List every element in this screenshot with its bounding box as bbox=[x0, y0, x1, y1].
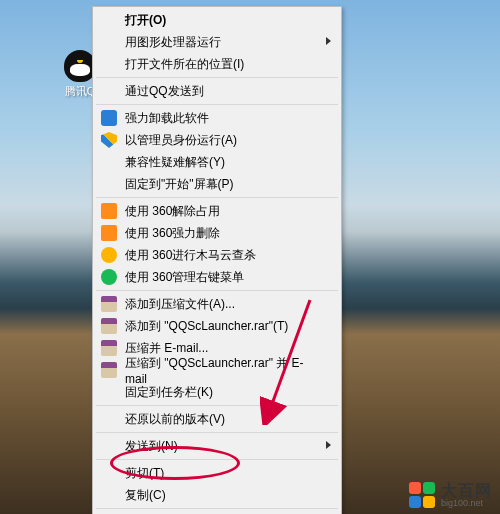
winrar-icon bbox=[101, 318, 117, 334]
separator bbox=[96, 104, 338, 105]
watermark-url: big100.net bbox=[441, 499, 492, 508]
menu-pin-taskbar[interactable]: 固定到任务栏(K) bbox=[95, 381, 339, 403]
label: 通过QQ发送到 bbox=[125, 83, 204, 100]
separator bbox=[96, 459, 338, 460]
label: 发送到(N) bbox=[125, 438, 178, 455]
menu-restore-prev[interactable]: 还原以前的版本(V) bbox=[95, 408, 339, 430]
360-cloud-icon bbox=[101, 247, 117, 263]
label: 用图形处理器运行 bbox=[125, 34, 221, 51]
watermark-logo-icon bbox=[409, 482, 435, 508]
360-manage-icon bbox=[101, 269, 117, 285]
separator bbox=[96, 432, 338, 433]
shield-icon bbox=[101, 132, 117, 148]
chevron-right-icon bbox=[326, 37, 331, 45]
menu-email-rar[interactable]: 压缩到 "QQScLauncher.rar" 并 E-mail bbox=[95, 359, 339, 381]
menu-360-menu[interactable]: 使用 360管理右键菜单 bbox=[95, 266, 339, 288]
menu-360-force-delete[interactable]: 使用 360强力删除 bbox=[95, 222, 339, 244]
label: 添加到压缩文件(A)... bbox=[125, 296, 235, 313]
watermark-title: 大百网 bbox=[441, 483, 492, 499]
label: 以管理员身份运行(A) bbox=[125, 132, 237, 149]
label: 使用 360解除占用 bbox=[125, 203, 220, 220]
separator bbox=[96, 405, 338, 406]
menu-uninstall[interactable]: 强力卸载此软件 bbox=[95, 107, 339, 129]
menu-add-to-rar[interactable]: 添加到 "QQScLauncher.rar"(T) bbox=[95, 315, 339, 337]
label: 还原以前的版本(V) bbox=[125, 411, 225, 428]
label: 打开(O) bbox=[125, 12, 166, 29]
label: 兼容性疑难解答(Y) bbox=[125, 154, 225, 171]
menu-360-cloud[interactable]: 使用 360进行木马云查杀 bbox=[95, 244, 339, 266]
label: 打开文件所在的位置(I) bbox=[125, 56, 244, 73]
winrar-icon bbox=[101, 340, 117, 356]
menu-qq-send[interactable]: 通过QQ发送到 bbox=[95, 80, 339, 102]
menu-pin-start[interactable]: 固定到"开始"屏幕(P) bbox=[95, 173, 339, 195]
menu-run-as-admin[interactable]: 以管理员身份运行(A) bbox=[95, 129, 339, 151]
360-icon bbox=[101, 225, 117, 241]
label: 复制(C) bbox=[125, 487, 166, 504]
watermark: 大百网 big100.net bbox=[409, 482, 492, 508]
context-menu: 打开(O) 用图形处理器运行 打开文件所在的位置(I) 通过QQ发送到 强力卸载… bbox=[92, 6, 342, 514]
menu-360-unlock[interactable]: 使用 360解除占用 bbox=[95, 200, 339, 222]
winrar-icon bbox=[101, 362, 117, 378]
label: 固定到任务栏(K) bbox=[125, 384, 213, 401]
separator bbox=[96, 290, 338, 291]
separator bbox=[96, 508, 338, 509]
360-icon bbox=[101, 203, 117, 219]
label: 添加到 "QQScLauncher.rar"(T) bbox=[125, 318, 288, 335]
menu-send-to[interactable]: 发送到(N) bbox=[95, 435, 339, 457]
chevron-right-icon bbox=[326, 441, 331, 449]
menu-cut[interactable]: 剪切(T) bbox=[95, 462, 339, 484]
label: 强力卸载此软件 bbox=[125, 110, 209, 127]
menu-open[interactable]: 打开(O) bbox=[95, 9, 339, 31]
label: 使用 360管理右键菜单 bbox=[125, 269, 244, 286]
winrar-icon bbox=[101, 296, 117, 312]
menu-open-location[interactable]: 打开文件所在的位置(I) bbox=[95, 53, 339, 75]
separator bbox=[96, 77, 338, 78]
label: 使用 360强力删除 bbox=[125, 225, 220, 242]
separator bbox=[96, 197, 338, 198]
label: 使用 360进行木马云查杀 bbox=[125, 247, 256, 264]
label: 剪切(T) bbox=[125, 465, 164, 482]
menu-copy[interactable]: 复制(C) bbox=[95, 484, 339, 506]
menu-compat[interactable]: 兼容性疑难解答(Y) bbox=[95, 151, 339, 173]
menu-add-archive[interactable]: 添加到压缩文件(A)... bbox=[95, 293, 339, 315]
label: 固定到"开始"屏幕(P) bbox=[125, 176, 234, 193]
menu-gpu-run[interactable]: 用图形处理器运行 bbox=[95, 31, 339, 53]
uninstall-icon bbox=[101, 110, 117, 126]
